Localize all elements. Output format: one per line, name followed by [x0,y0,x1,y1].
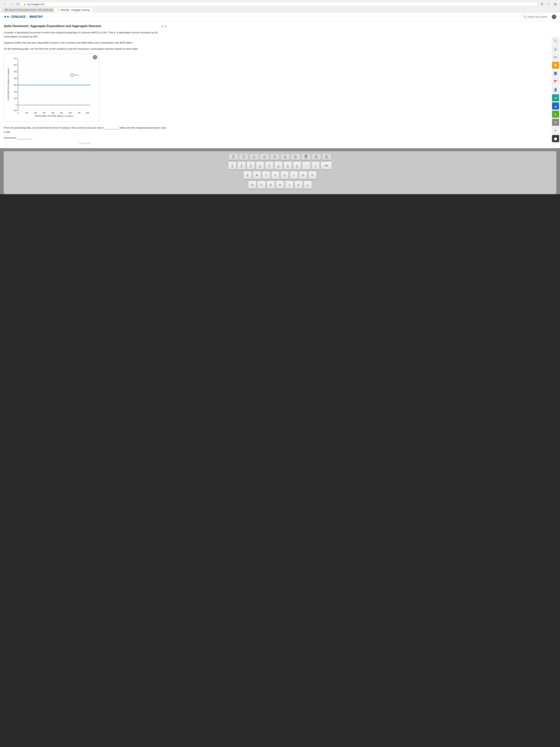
key-f4[interactable]: ⠿⠿ F4 [239,153,248,160]
tab-mindtap[interactable]: 🌟 MindTap - Cengage Learning [54,8,92,12]
mindtap-brand-text: MINDTAP [29,15,43,19]
keyboard-bezel: 30 F3 ⠿⠿ F4 ⠿ F5 ⊙ F6 ⏮ F7 ⏯ F8 [0,148,560,194]
key-minus[interactable]: _ - [302,161,310,170]
forward-button[interactable]: › [9,1,14,7]
sidebar-az-button[interactable]: A-Z [552,53,559,61]
key-f9[interactable]: ⏭ F9 [291,153,300,160]
svg-text:DISPOSABLE INCOME (Billions of: DISPOSABLE INCOME (Billions of dollars) [35,115,74,117]
svg-text:600: 600 [14,64,17,66]
answer-period: . [33,136,33,139]
sidebar-cengage-button[interactable]: cng [552,94,559,102]
sidebar-pencil-button[interactable]: ✏️ [552,37,559,45]
key-6[interactable]: ^ 6 [256,161,264,170]
logo-divider: | [27,15,28,19]
tab-art-favicon: 🌿 [5,9,7,11]
lock-icon: 🔒 [23,3,26,5]
key-e[interactable]: E [243,171,252,180]
svg-text:300: 300 [14,84,17,86]
tab-mindtap-label: MindTap - Cengage Learning [61,9,90,11]
key-p[interactable]: P [308,171,317,180]
share-button[interactable]: ⬆ [539,1,544,7]
chart-svg[interactable]: 700 600 500 400 300 200 100 0 -100 0 100… [7,56,96,120]
key-f7[interactable]: ⏮ F7 [270,153,279,160]
sidebar-flag-button[interactable]: 🚩 [552,78,559,85]
key-d[interactable]: D [248,181,256,189]
answer-text-line2: economy is [4,136,16,139]
key-y[interactable]: Y [271,171,279,180]
key-g[interactable]: G [267,181,275,189]
answer-section-2: economy is . [4,136,167,140]
problem-text-1: Consider a hypothetical economy in which… [4,31,167,38]
search-icon: 🔍 [523,16,526,18]
help-button[interactable]: ? [552,15,556,19]
search-course-label: Search this course [527,16,547,18]
key-0[interactable]: ) 0 [293,161,301,170]
nav-right: 🔍 Search this course ? [521,14,556,19]
key-u[interactable]: U [281,171,289,180]
key-i[interactable]: I [290,171,298,180]
svg-text:CONSUMPTION (Billions of dolla: CONSUMPTION (Billions of dollars) [7,68,9,100]
title-icons: ℹ ✕ [162,24,167,28]
key-f6[interactable]: ⊙ F6 [260,153,269,160]
sidebar-6-button[interactable]: 6 [552,61,559,69]
tab-grid-button[interactable]: ⊞ [553,1,558,7]
sidebar-person-button[interactable]: 👤 [552,86,559,93]
key-t[interactable]: T [262,171,270,180]
key-f8[interactable]: ⏯ F8 [281,153,290,160]
key-equals[interactable]: + = [312,161,320,170]
answer-section: From the preceding data, you know that t… [4,126,167,134]
key-r[interactable]: R [253,171,261,180]
sidebar-book-button[interactable]: 📘 [552,70,559,77]
svg-text:700: 700 [14,57,17,59]
asdf-row: D F G H J K L [7,181,553,189]
sidebar-circle-button[interactable]: ⬤ [552,135,559,142]
svg-rect-0 [18,58,90,110]
key-f12[interactable]: 🔊 F12 [322,153,331,160]
key-8[interactable]: * 8 [274,161,283,170]
top-nav: ✦✦ CENGAGE | MINDTAP 🔍 Search this cours… [0,12,560,21]
svg-point-39 [71,74,74,77]
close-button[interactable]: ✕ [164,24,167,28]
info-button[interactable]: ℹ [162,24,163,28]
answer-text-before: From the preceding data, you know that t… [4,126,104,129]
tab-art[interactable]: 🌿 Lesson 6 Discussion Forum - ART-1035-U… [2,8,54,12]
sidebar-rss-button[interactable]: 📡 [552,45,559,53]
svg-text:200: 200 [14,91,17,93]
saving-input[interactable] [104,126,119,129]
add-tab-button[interactable]: + [546,1,551,7]
key-5[interactable]: % 5 [247,161,255,170]
sidebar-leaf-button[interactable]: ▲ [552,110,559,118]
logo-cengage-text: CENGAGE [11,15,26,19]
key-o[interactable]: O [299,171,307,180]
fn-row: 30 F3 ⠿⠿ F4 ⠿ F5 ⊙ F6 ⏮ F7 ⏯ F8 [7,153,553,160]
key-f[interactable]: F [258,181,266,189]
key-j[interactable]: J [285,181,293,189]
key-delete[interactable]: del [321,161,332,170]
instruction-text: On the following graph, use the blue lin… [4,47,167,51]
address-bar[interactable]: 🔒 ng.cengage.com [21,2,538,6]
footer-mindtap-label: MINDTAP [79,142,91,145]
reload-button[interactable]: ↺ [16,2,20,7]
address-text: ng.cengage.com [27,3,45,5]
key-f5[interactable]: ⠿ F5 [249,153,259,160]
keyboard: 30 F3 ⠿⠿ F4 ⠿ F5 ⊙ F6 ⏮ F7 ⏯ F8 [4,151,556,194]
key-4[interactable]: $ 4 [237,161,245,170]
search-course-button[interactable]: 🔍 Search this course [521,14,550,19]
key-k[interactable]: K [294,181,302,189]
svg-text:100: 100 [25,112,28,114]
page-title-text: Aplia Homework: Aggregate Expenditure an… [4,24,101,28]
sidebar-cloud-button[interactable]: ☁ [552,102,559,110]
key-h[interactable]: H [276,181,284,189]
key-f3[interactable]: 30 F3 [229,153,238,160]
key-9[interactable]: ( 9 [284,161,292,170]
key-l[interactable]: L [304,181,312,189]
sidebar-a-button[interactable]: A [552,119,559,126]
mps-input[interactable] [17,136,32,139]
key-f11[interactable]: 🔉 F11 [312,153,321,160]
back-button[interactable]: ‹ [2,1,7,7]
key-3[interactable]: # 3 [228,161,236,170]
sidebar-lines-button[interactable]: ≡ [552,127,559,134]
key-7[interactable]: & 7 [265,161,273,170]
key-f10[interactable]: 🔇 F10 [301,153,311,160]
svg-text:0: 0 [16,104,17,106]
